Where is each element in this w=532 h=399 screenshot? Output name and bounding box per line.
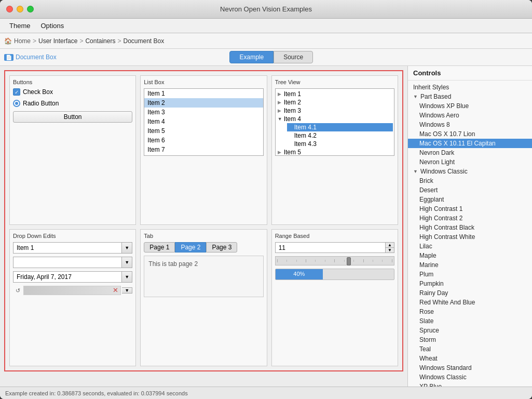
ctrl-lilac[interactable]: Lilac bbox=[408, 242, 532, 251]
ctrl-label: Windows Standard bbox=[419, 364, 472, 371]
menu-bar: Theme Options bbox=[0, 19, 532, 33]
radio-control[interactable] bbox=[13, 100, 20, 107]
ctrl-windows-classic-group[interactable]: ▼ Windows Classic bbox=[408, 167, 532, 176]
ctrl-wheat[interactable]: Wheat bbox=[408, 354, 532, 363]
ctrl-nevron-dark[interactable]: Nevron Dark bbox=[408, 148, 532, 157]
ctrl-hc1[interactable]: High Contrast 1 bbox=[408, 204, 532, 214]
ctrl-slate[interactable]: Slate bbox=[408, 316, 532, 326]
ctrl-label: Mac OS X 10.11 El Capitan bbox=[419, 140, 496, 147]
tree-arrow-icon: ▶ bbox=[278, 100, 283, 105]
tree-item[interactable]: ▶Item 5 bbox=[277, 148, 393, 156]
ctrl-part-based[interactable]: ▼ Part Based bbox=[408, 92, 532, 101]
tree-item[interactable]: ▼Item 4 bbox=[277, 115, 393, 123]
slider-track[interactable] bbox=[275, 256, 394, 265]
spinner-up[interactable]: ▲ bbox=[386, 243, 394, 248]
ctrl-label: Marine bbox=[419, 261, 439, 269]
ctrl-brick[interactable]: Brick bbox=[408, 176, 532, 185]
ctrl-maple[interactable]: Maple bbox=[408, 251, 532, 260]
breadcrumb-bar: 🏠 Home > User Interface > Containers > D… bbox=[0, 33, 532, 49]
ctrl-label: Eggplant bbox=[419, 196, 444, 203]
ctrl-win-standard[interactable]: Windows Standard bbox=[408, 363, 532, 373]
ctrl-label: Nevron Dark bbox=[419, 149, 454, 156]
ctrl-label: Spruce bbox=[419, 327, 439, 334]
ctrl-windows-8-pb[interactable]: Windows 8 bbox=[408, 120, 532, 129]
ctrl-teal[interactable]: Teal bbox=[408, 344, 532, 354]
date-arrow[interactable]: ▼ bbox=[122, 271, 132, 283]
tree-arrow-icon: ▶ bbox=[278, 150, 283, 155]
button-control[interactable]: Button bbox=[13, 111, 132, 123]
spinner-down[interactable]: ▼ bbox=[386, 248, 394, 252]
maximize-button[interactable] bbox=[27, 6, 34, 12]
ctrl-label: High Contrast Black bbox=[419, 224, 474, 231]
ctrl-hc2[interactable]: High Contrast 2 bbox=[408, 214, 532, 223]
tree-arrow-icon: ▶ bbox=[278, 91, 283, 97]
ctrl-spruce[interactable]: Spruce bbox=[408, 326, 532, 335]
slider-container bbox=[275, 256, 394, 265]
radio-label: Radio Button bbox=[23, 100, 59, 107]
breadcrumb-containers[interactable]: Containers bbox=[85, 37, 115, 45]
spinner-input[interactable] bbox=[275, 242, 386, 253]
list-item[interactable]: Item 1 bbox=[144, 89, 263, 98]
ctrl-hc-white[interactable]: High Contrast White bbox=[408, 232, 532, 242]
ctrl-marine[interactable]: Marine bbox=[408, 260, 532, 270]
slider-thumb[interactable] bbox=[347, 257, 351, 265]
tab-source[interactable]: Source bbox=[274, 51, 313, 63]
example-area: Buttons ✓ Check Box Radio Button Button bbox=[0, 66, 407, 387]
dropdown-arrow-1[interactable]: ▼ bbox=[122, 242, 132, 254]
list-item[interactable]: Item 6 bbox=[144, 136, 263, 145]
ctrl-nevron-light[interactable]: Nevron Light bbox=[408, 157, 532, 167]
close-button[interactable] bbox=[6, 6, 13, 12]
ctrl-rose[interactable]: Rose bbox=[408, 307, 532, 316]
ctrl-desert[interactable]: Desert bbox=[408, 185, 532, 195]
list-item[interactable]: Item 7 bbox=[144, 145, 263, 154]
tree-item[interactable]: Item 4.1 bbox=[287, 123, 393, 131]
minimize-button[interactable] bbox=[17, 6, 23, 12]
breadcrumb-home[interactable]: 🏠 Home bbox=[4, 37, 31, 45]
tree-item[interactable]: Item 4.3 bbox=[287, 140, 393, 148]
ctrl-xp-blue[interactable]: XP Blue bbox=[408, 382, 532, 387]
tree-item[interactable]: ▶Item 3 bbox=[277, 107, 393, 115]
ctrl-rainy-day[interactable]: Rainy Day bbox=[408, 288, 532, 298]
ctrl-win-classic[interactable]: Windows Classic bbox=[408, 373, 532, 382]
menu-options[interactable]: Options bbox=[35, 20, 69, 31]
ctrl-storm[interactable]: Storm bbox=[408, 335, 532, 344]
dropdown-input-1[interactable] bbox=[13, 242, 122, 254]
listbox-section: List Box Item 1 Item 2 Item 3 Item 4 Ite… bbox=[140, 75, 267, 225]
dropdown-input-2[interactable] bbox=[13, 257, 122, 268]
inner-tab-page3[interactable]: Page 3 bbox=[206, 242, 237, 252]
breadcrumb-user-interface[interactable]: User Interface bbox=[38, 37, 77, 45]
dropdown-arrow-2[interactable]: ▼ bbox=[122, 257, 132, 268]
inner-tab-page1[interactable]: Page 1 bbox=[144, 242, 175, 252]
list-item[interactable]: Item 2 bbox=[144, 98, 263, 108]
breadcrumb-home-label[interactable]: Home bbox=[14, 37, 31, 45]
list-item[interactable]: Item 3 bbox=[144, 108, 263, 117]
list-item[interactable]: Item 4 bbox=[144, 117, 263, 126]
ctrl-rwb[interactable]: Red White And Blue bbox=[408, 298, 532, 307]
controls-tree[interactable]: Inherit Styles ▼ Part Based Windows XP B… bbox=[408, 81, 532, 387]
ctrl-hc-black[interactable]: High Contrast Black bbox=[408, 223, 532, 232]
ctrl-windows-xp-blue[interactable]: Windows XP Blue bbox=[408, 101, 532, 111]
tree-item[interactable]: ▶Item 1 bbox=[277, 90, 393, 98]
ctrl-eggplant[interactable]: Eggplant bbox=[408, 195, 532, 204]
ctrl-plum[interactable]: Plum bbox=[408, 270, 532, 279]
list-box[interactable]: Item 1 Item 2 Item 3 Item 4 Item 5 Item … bbox=[144, 88, 263, 156]
breadcrumb-document-box: Document Box bbox=[123, 37, 164, 45]
ribbon-arrow[interactable]: ▼ bbox=[122, 287, 132, 294]
ctrl-mac-1011-elcapitan[interactable]: Mac OS X 10.11 El Capitan bbox=[408, 139, 532, 148]
ctrl-inherit-styles[interactable]: Inherit Styles bbox=[408, 83, 532, 92]
tab-example[interactable]: Example bbox=[229, 51, 274, 63]
ctrl-windows-aero[interactable]: Windows Aero bbox=[408, 111, 532, 120]
ctrl-pumpkin[interactable]: Pumpkin bbox=[408, 279, 532, 288]
date-input[interactable] bbox=[13, 271, 122, 283]
checkbox-control[interactable]: ✓ bbox=[13, 88, 20, 96]
list-item[interactable]: Item 5 bbox=[144, 126, 263, 136]
ctrl-mac-107-lion[interactable]: Mac OS X 10.7 Lion bbox=[408, 129, 532, 139]
tree-item[interactable]: ▶Item 2 bbox=[277, 98, 393, 107]
menu-theme[interactable]: Theme bbox=[4, 20, 35, 31]
ribbon-back-icon[interactable]: ↺ bbox=[13, 286, 22, 295]
tree-item[interactable]: Item 4.2 bbox=[287, 131, 393, 140]
tree-box[interactable]: ▶Item 1 ▶Item 2 ▶Item 3 ▼Item 4 Item 4.1 bbox=[275, 88, 394, 156]
progress-bar: 40% bbox=[275, 269, 394, 280]
ctrl-label: Desert bbox=[419, 187, 438, 194]
inner-tab-page2[interactable]: Page 2 bbox=[175, 242, 206, 252]
